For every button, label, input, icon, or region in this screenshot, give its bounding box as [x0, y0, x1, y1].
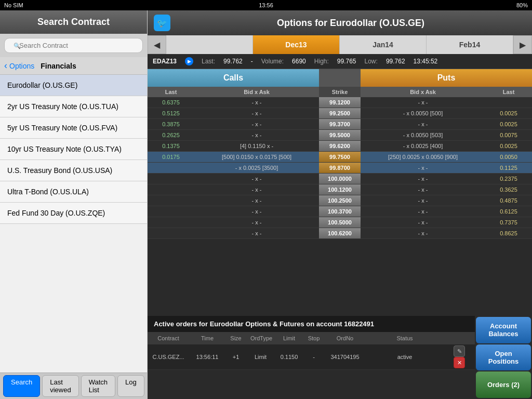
put-bid-8: - x -: [361, 184, 485, 195]
option-row-1[interactable]: 0.5125 - x - 99.2500 - x 0.0050 [500] 0.…: [148, 108, 532, 119]
volume-label: Volume:: [261, 58, 284, 65]
call-last-3: 0.2625: [148, 130, 194, 140]
twitter-icon[interactable]: 🐦: [154, 15, 170, 31]
option-row-8[interactable]: - x - 100.1200 - x - 0.3625: [148, 184, 532, 195]
calls-header: Calls: [148, 69, 319, 87]
market-info-icon[interactable]: ▶: [185, 57, 193, 65]
put-last-10: 0.6125: [485, 206, 532, 217]
call-bid-8: - x -: [194, 184, 319, 195]
main-layout: Search Contract ‹ Options Financials Eur…: [0, 10, 532, 399]
bottom-tab-bar: SearchLast viewedWatch ListLog: [0, 373, 147, 399]
col-strike: Strike: [319, 87, 361, 97]
col-headers: Last Bid x Ask Strike Bid x Ask Last: [148, 87, 532, 97]
month-tab-dec13[interactable]: Dec13: [253, 35, 340, 54]
option-row-10[interactable]: - x - 100.3700 - x - 0.6125: [148, 206, 532, 217]
bottom-tab-search[interactable]: Search: [3, 375, 40, 397]
option-row-11[interactable]: - x - 100.5000 - x - 0.7375: [148, 217, 532, 228]
put-bid-12: - x -: [361, 228, 485, 238]
tab-financials[interactable]: Financials: [41, 62, 76, 70]
options-header-row: Calls Puts: [148, 69, 532, 87]
strike-4: 99.6200: [319, 141, 361, 151]
ord-col-limit: Limit: [275, 334, 303, 342]
strike-10: 100.3700: [319, 206, 361, 217]
put-last-2: 0.0025: [485, 119, 532, 129]
option-row-3[interactable]: 0.2625 - x - 99.5000 - x 0.0050 [503] 0.…: [148, 130, 532, 141]
col-puts-last: Last: [485, 87, 532, 97]
orders-list: C.US.GEZ... 13:56:11 +1 Limit 0.1150 - 3…: [148, 344, 475, 370]
account-btn-0[interactable]: Account Balances: [476, 317, 531, 343]
ord-col-actions: [444, 334, 475, 342]
call-last-1: 0.5125: [148, 108, 194, 118]
call-bid-12: - x -: [194, 228, 319, 238]
ord-col-contract: Contract: [148, 334, 189, 342]
contract-item-3[interactable]: 10yr US Treasury Note (O.US.TYA): [0, 139, 147, 160]
market-time: 13:45:52: [414, 58, 438, 65]
option-row-12[interactable]: - x - 100.6200 - x - 0.8625: [148, 228, 532, 239]
call-bid-5: [500] 0.0150 x 0.0175 [500]: [194, 152, 319, 162]
option-row-9[interactable]: - x - 100.2500 - x - 0.4875: [148, 195, 532, 206]
strike-9: 100.2500: [319, 195, 361, 206]
option-row-2[interactable]: 0.3875 - x - 99.3700 - x - 0.0025: [148, 119, 532, 130]
strike-6: 99.8700: [319, 163, 361, 173]
strike-12: 100.6200: [319, 228, 361, 238]
time-label: 13:56: [259, 2, 273, 8]
orders-col-headers: Contract Time Size OrdType Limit Stop Or…: [148, 332, 475, 344]
ord-status-0: active: [366, 353, 444, 361]
option-row-7[interactable]: - x - 100.0000 - x - 0.2375: [148, 174, 532, 184]
option-row-6[interactable]: - x 0.0025 [3500] 99.8700 - x - 0.1125: [148, 163, 532, 174]
prev-month-button[interactable]: ◀: [148, 35, 166, 54]
account-panel: Account BalancesOpen PositionsOrders (2): [475, 316, 532, 399]
search-input[interactable]: [4, 38, 143, 53]
option-row-4[interactable]: 0.1375 [4] 0.1150 x - 99.6200 - x 0.0025…: [148, 141, 532, 152]
puts-header: Puts: [361, 69, 532, 87]
volume-value: 6690: [292, 58, 306, 65]
strike-7: 100.0000: [319, 174, 361, 184]
month-tab-empty1[interactable]: [166, 35, 253, 54]
put-bid-2: - x -: [361, 119, 485, 129]
ord-col-size: Size: [225, 334, 246, 342]
call-bid-1: - x -: [194, 108, 319, 118]
col-puts-bid-ask: Bid x Ask: [361, 87, 485, 97]
put-bid-6: - x -: [361, 163, 485, 173]
next-month-button[interactable]: ▶: [513, 35, 532, 54]
bottom-tab-log[interactable]: Log: [117, 375, 144, 397]
contract-item-4[interactable]: U.S. Treasury Bond (O.US.USA): [0, 160, 147, 181]
battery-label: 80%: [516, 2, 528, 8]
option-row-0[interactable]: 0.6375 - x - 99.1200 - x -: [148, 97, 532, 108]
put-last-0: [485, 100, 532, 104]
col-calls-bid-ask: Bid x Ask: [194, 87, 319, 97]
contract-item-1[interactable]: 2yr US Treasury Note (O.US.TUA): [0, 96, 147, 117]
cancel-order-button-0[interactable]: ✕: [454, 357, 465, 368]
month-tab-feb14[interactable]: Feb14: [427, 35, 513, 54]
tab-options[interactable]: Options: [9, 62, 34, 70]
account-btn-2[interactable]: Orders (2): [476, 371, 531, 398]
call-last-0: 0.6375: [148, 97, 194, 108]
ord-col-status: Status: [366, 334, 444, 342]
bottom-tab-watch-list[interactable]: Watch List: [81, 375, 115, 397]
call-last-10: [148, 209, 194, 214]
edit-order-button-0[interactable]: ✎: [454, 345, 465, 357]
bottom-tab-last-viewed[interactable]: Last viewed: [42, 375, 78, 397]
month-tab-jan14[interactable]: Jan14: [340, 35, 427, 54]
strike-11: 100.5000: [319, 217, 361, 228]
put-bid-1: - x 0.0050 [500]: [361, 108, 485, 118]
options-title: Options for Eurodollar (O.US.GE): [176, 18, 526, 29]
account-btn-1[interactable]: Open Positions: [476, 344, 531, 371]
contract-item-5[interactable]: Ultra T-Bond (O.US.ULA): [0, 181, 147, 203]
put-last-3: 0.0075: [485, 130, 532, 140]
ord-size-0: +1: [225, 353, 246, 361]
contract-item-0[interactable]: Eurodollar (O.US.GE): [0, 75, 147, 96]
contract-item-2[interactable]: 5yr US Treasury Note (O.US.FVA): [0, 117, 147, 139]
last-value: 99.762: [223, 58, 243, 65]
back-arrow-icon[interactable]: ‹: [4, 60, 7, 71]
call-last-8: [148, 188, 194, 192]
call-last-11: [148, 220, 194, 224]
option-row-5[interactable]: 0.0175 [500] 0.0150 x 0.0175 [500] 99.75…: [148, 152, 532, 163]
separator: -: [251, 58, 253, 65]
market-data-row: EDAZ13 ▶ Last: 99.762 - Volume: 6690 Hig…: [148, 54, 532, 69]
search-icon-wrap: [4, 38, 143, 53]
order-row-0: C.US.GEZ... 13:56:11 +1 Limit 0.1150 - 3…: [148, 344, 475, 370]
call-last-9: [148, 198, 194, 203]
low-value: 99.762: [386, 58, 405, 65]
contract-item-6[interactable]: Fed Fund 30 Day (O.US.ZQE): [0, 203, 147, 224]
